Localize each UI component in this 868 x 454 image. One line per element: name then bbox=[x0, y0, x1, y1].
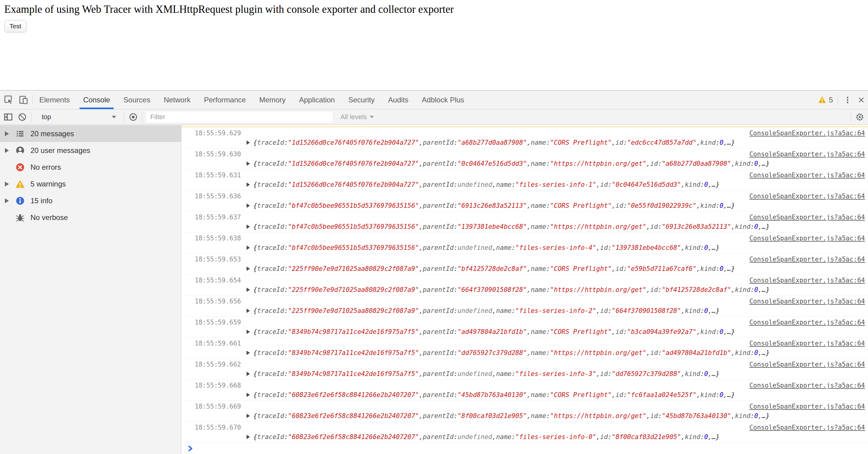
clear-console-icon[interactable] bbox=[17, 112, 27, 122]
expand-object-icon[interactable] bbox=[247, 414, 250, 418]
preview-punct: : bbox=[284, 202, 288, 209]
device-toolbar-icon[interactable] bbox=[18, 95, 29, 105]
live-expression-eye-icon[interactable] bbox=[128, 112, 138, 122]
preview-key: parentId bbox=[423, 181, 454, 188]
devtools-panel: ElementsConsoleSourcesNetworkPerformance… bbox=[0, 90, 868, 454]
expand-object-icon[interactable] bbox=[247, 309, 250, 313]
message-source-link[interactable]: ConsoleSpanExporter.js?a5ac:64 bbox=[749, 214, 865, 221]
preview-key: traceId bbox=[257, 349, 284, 356]
preview-punct: , bbox=[708, 370, 712, 378]
warning-count-badge[interactable]: 5 bbox=[818, 96, 833, 104]
message-source-link[interactable]: ConsoleSpanExporter.js?a5ac:64 bbox=[749, 151, 865, 158]
preview-punct: , bbox=[419, 412, 423, 420]
message-source-link[interactable]: ConsoleSpanExporter.js?a5ac:64 bbox=[749, 361, 865, 368]
object-preview-line: {traceId: "60823e6f2e6f58c8841266e2b2407… bbox=[181, 432, 868, 442]
sidebar-item-no-errors[interactable]: No errors bbox=[0, 159, 181, 175]
preview-string: "6913c26e83a52113" bbox=[662, 223, 731, 230]
message-source-link[interactable]: ConsoleSpanExporter.js?a5ac:64 bbox=[749, 424, 865, 431]
object-preview-line: {traceId: "1d15266d0ce76f405f076fe2b904a… bbox=[181, 138, 868, 148]
preview-string: "e59b5d711a67caf6" bbox=[627, 265, 697, 272]
expand-object-icon[interactable] bbox=[247, 161, 250, 166]
sidebar-item-15-info[interactable]: 15 info bbox=[0, 192, 181, 209]
expand-object-icon[interactable] bbox=[247, 330, 250, 334]
test-button[interactable]: Test bbox=[4, 20, 27, 32]
message-source-link[interactable]: ConsoleSpanExporter.js?a5ac:64 bbox=[749, 277, 865, 284]
tab-console[interactable]: Console bbox=[76, 91, 117, 109]
preview-punct: , bbox=[681, 181, 685, 188]
tab-security[interactable]: Security bbox=[342, 91, 381, 109]
expand-object-icon[interactable] bbox=[247, 351, 250, 355]
message-source-link[interactable]: ConsoleSpanExporter.js?a5ac:64 bbox=[749, 235, 865, 242]
preview-ellipsis-brace: …} bbox=[762, 412, 770, 420]
expand-object-icon[interactable] bbox=[247, 183, 250, 187]
expand-object-icon[interactable] bbox=[247, 140, 250, 145]
preview-key: kind bbox=[685, 307, 701, 315]
inspect-element-icon[interactable] bbox=[4, 95, 14, 105]
expand-object-icon[interactable] bbox=[247, 372, 250, 376]
preview-punct: : bbox=[750, 349, 754, 356]
preview-number: 0 bbox=[754, 349, 758, 356]
preview-ellipsis-brace: …} bbox=[727, 202, 735, 209]
expand-arrow-icon[interactable] bbox=[5, 182, 10, 187]
message-source-link[interactable]: ConsoleSpanExporter.js?a5ac:64 bbox=[749, 340, 865, 347]
preview-string: "bf4125728de2c8af" bbox=[458, 265, 527, 272]
preview-punct: , bbox=[723, 328, 727, 335]
expand-object-icon[interactable] bbox=[247, 393, 250, 397]
message-source-link[interactable]: ConsoleSpanExporter.js?a5ac:64 bbox=[749, 256, 865, 263]
sidebar-item-5-warnings[interactable]: 5 warnings bbox=[0, 175, 181, 192]
message-header-line: 18:55:59.631ConsoleSpanExporter.js?a5ac:… bbox=[181, 171, 868, 180]
expand-object-icon[interactable] bbox=[247, 225, 250, 229]
preview-key: parentId bbox=[423, 433, 454, 441]
console-sidebar-toggle-icon[interactable] bbox=[3, 112, 13, 122]
tab-elements[interactable]: Elements bbox=[33, 91, 76, 109]
console-prompt[interactable] bbox=[181, 443, 868, 454]
kebab-menu-icon[interactable] bbox=[843, 95, 852, 104]
preview-string: "bf47c0b5bee96551b5d5376979635156" bbox=[288, 244, 419, 251]
expand-arrow-icon[interactable] bbox=[5, 148, 10, 153]
sidebar-item-20-messages[interactable]: 20 messages bbox=[0, 125, 181, 142]
expand-object-icon[interactable] bbox=[247, 246, 250, 250]
tab-audits[interactable]: Audits bbox=[381, 91, 415, 109]
preview-punct: : bbox=[716, 391, 720, 398]
log-levels-selector[interactable]: All levels bbox=[340, 113, 374, 121]
message-source-link[interactable]: ConsoleSpanExporter.js?a5ac:64 bbox=[749, 298, 865, 305]
preview-key: parentId bbox=[423, 223, 454, 230]
tab-application[interactable]: Application bbox=[292, 91, 341, 109]
expand-object-icon[interactable] bbox=[247, 203, 250, 208]
message-source-link[interactable]: ConsoleSpanExporter.js?a5ac:64 bbox=[749, 193, 865, 200]
tab-network[interactable]: Network bbox=[157, 91, 197, 109]
preview-key: parentId bbox=[423, 244, 454, 251]
info-icon bbox=[15, 196, 25, 206]
preview-key: name bbox=[531, 349, 546, 356]
sidebar-item-no-verbose[interactable]: No verbose bbox=[0, 209, 181, 226]
message-source-link[interactable]: ConsoleSpanExporter.js?a5ac:64 bbox=[749, 403, 865, 410]
tab-memory[interactable]: Memory bbox=[253, 91, 292, 109]
expand-object-icon[interactable] bbox=[247, 288, 250, 292]
preview-punct: , bbox=[419, 244, 423, 251]
preview-punct: , bbox=[612, 265, 616, 272]
filter-input[interactable] bbox=[146, 111, 333, 123]
tab-adblock-plus[interactable]: Adblock Plus bbox=[415, 91, 471, 109]
preview-key: name bbox=[531, 160, 546, 167]
expand-arrow-icon[interactable] bbox=[5, 198, 10, 203]
expand-object-icon[interactable] bbox=[247, 267, 250, 271]
preview-string: "60823e6f2e6f58c8841266e2b2407207" bbox=[288, 433, 419, 441]
close-icon[interactable] bbox=[857, 96, 866, 104]
tab-performance[interactable]: Performance bbox=[197, 91, 252, 109]
sidebar-item-20-user-messages[interactable]: 20 user messages bbox=[0, 142, 181, 159]
console-settings-gear-icon[interactable] bbox=[855, 112, 865, 122]
message-header-line: 18:55:59.662ConsoleSpanExporter.js?a5ac:… bbox=[181, 360, 868, 369]
message-source-link[interactable]: ConsoleSpanExporter.js?a5ac:64 bbox=[749, 319, 865, 326]
tab-sources[interactable]: Sources bbox=[117, 91, 157, 109]
message-source-link[interactable]: ConsoleSpanExporter.js?a5ac:64 bbox=[749, 382, 865, 389]
preview-key: id bbox=[600, 307, 608, 315]
preview-key: id bbox=[650, 412, 658, 420]
execution-context-selector[interactable]: top bbox=[35, 113, 120, 121]
preview-punct: : bbox=[512, 370, 516, 378]
message-source-link[interactable]: ConsoleSpanExporter.js?a5ac:64 bbox=[749, 129, 865, 137]
message-source-link[interactable]: ConsoleSpanExporter.js?a5ac:64 bbox=[749, 171, 865, 179]
expand-object-icon[interactable] bbox=[247, 435, 250, 439]
preview-punct: : bbox=[454, 349, 458, 356]
preview-punct: , bbox=[708, 181, 712, 188]
expand-arrow-icon[interactable] bbox=[5, 131, 10, 136]
